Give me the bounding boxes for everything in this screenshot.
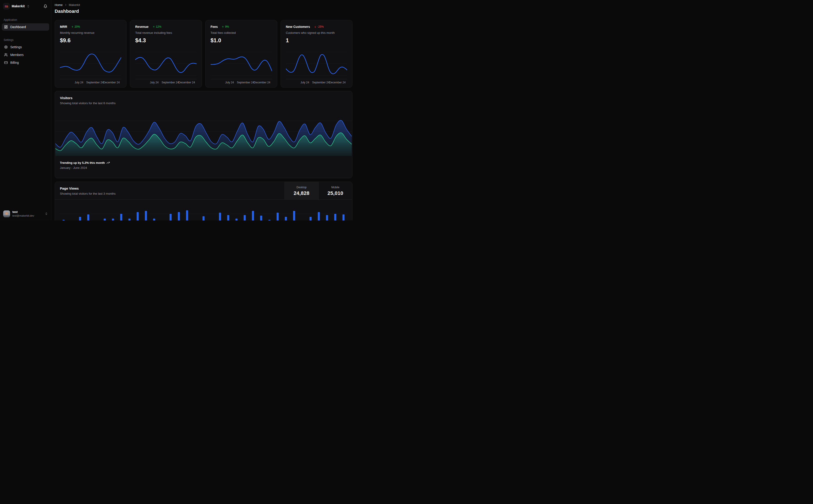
sidebar-item-label: Dashboard bbox=[10, 25, 26, 29]
stat-value: 1 bbox=[286, 37, 347, 44]
trend-badge: -25% bbox=[314, 25, 324, 28]
sparkline-axis: July 24September 24December 24 bbox=[60, 79, 121, 84]
user-name: test bbox=[12, 210, 34, 214]
stat-description: Monthly recurring revenue bbox=[60, 31, 121, 34]
stat-label: MRR bbox=[60, 25, 67, 29]
chevron-right-icon bbox=[64, 3, 67, 6]
trend-badge: 12% bbox=[152, 25, 161, 28]
stat-label: Fees bbox=[211, 25, 218, 29]
sidebar-item-billing[interactable]: Billing bbox=[2, 59, 49, 66]
toggle-desktop[interactable]: Desktop 24,828 bbox=[285, 182, 318, 199]
stat-card-mrr: MRR 20% Monthly recurring revenue $9.6 bbox=[55, 20, 126, 88]
page-views-subtitle: Showing total visitors for the last 3 mo… bbox=[60, 192, 280, 195]
main-content: Home Makerkit Dashboard MRR 20% Monthly … bbox=[51, 0, 356, 220]
sidebar-item-label: Settings bbox=[10, 45, 22, 49]
user-menu[interactable]: test test@makerkit.dev bbox=[0, 207, 51, 220]
trend-badge: 9% bbox=[222, 25, 229, 28]
layout-dashboard-icon bbox=[4, 25, 8, 29]
mrr-sparkline-chart bbox=[60, 50, 121, 78]
breadcrumb: Home Makerkit bbox=[55, 3, 352, 7]
sidebar-nav: Application Dashboard Settings Settings bbox=[0, 18, 51, 66]
nav-section-settings: Settings bbox=[2, 38, 49, 42]
workspace-switcher[interactable]: m Makerkit bbox=[0, 0, 51, 12]
sidebar: m Makerkit Application Dashboard Set bbox=[0, 0, 51, 220]
stat-cards-row: MRR 20% Monthly recurring revenue $9.6 bbox=[55, 20, 352, 88]
visitors-date-range: January - June 2024 bbox=[60, 166, 347, 170]
breadcrumb-current: Makerkit bbox=[69, 3, 80, 7]
revenue-sparkline-chart bbox=[135, 50, 196, 78]
page-views-title: Page Views bbox=[60, 186, 280, 190]
trend-badge: 20% bbox=[71, 25, 80, 28]
toggle-mobile-label: Mobile bbox=[331, 186, 339, 189]
arrow-down-icon bbox=[314, 26, 317, 28]
stat-description: Total fees collected bbox=[211, 31, 272, 34]
toggle-mobile-value: 25,010 bbox=[328, 190, 343, 196]
nav-section-application: Application bbox=[2, 18, 49, 21]
stat-description: Customers who signed up this month bbox=[286, 31, 347, 34]
visitors-area-chart bbox=[55, 111, 352, 156]
sparkline-axis: July 24September 24December 24 bbox=[135, 79, 196, 84]
sidebar-item-label: Members bbox=[10, 53, 24, 57]
app-root: m Makerkit Application Dashboard Set bbox=[0, 0, 356, 220]
sidebar-item-label: Billing bbox=[10, 61, 19, 64]
bell-icon[interactable] bbox=[43, 4, 47, 8]
stat-value: $4.3 bbox=[135, 37, 196, 44]
arrow-up-icon bbox=[71, 26, 74, 28]
user-email: test@makerkit.dev bbox=[12, 214, 34, 217]
sidebar-item-members[interactable]: Members bbox=[2, 51, 49, 58]
user-avatar bbox=[3, 210, 10, 217]
visitors-card: Visitors Showing total visitors for the … bbox=[55, 91, 352, 178]
makerkit-logo: m bbox=[3, 3, 10, 9]
visitors-trend-text: Trending up by 5.2% this month bbox=[60, 161, 105, 164]
users-icon bbox=[4, 53, 8, 57]
workspace-name: Makerkit bbox=[12, 4, 25, 8]
stat-card-new-customers: New Customers -25% Customers who signed … bbox=[281, 20, 352, 88]
chevrons-up-down-icon bbox=[45, 212, 48, 215]
stat-description: Total revenue including fees bbox=[135, 31, 196, 34]
stat-label: New Customers bbox=[286, 25, 310, 29]
trending-up-icon bbox=[106, 161, 110, 164]
new-customers-sparkline-chart bbox=[286, 50, 347, 78]
visitors-title: Visitors bbox=[60, 96, 347, 100]
breadcrumb-home-link[interactable]: Home bbox=[55, 3, 63, 7]
visitors-subtitle: Showing total visitors for the last 6 mo… bbox=[60, 101, 347, 105]
stat-value: $9.6 bbox=[60, 37, 121, 44]
arrow-up-icon bbox=[152, 26, 155, 28]
fees-sparkline-chart bbox=[211, 50, 272, 78]
toggle-mobile[interactable]: Mobile 25,010 bbox=[318, 182, 352, 199]
stat-label: Revenue bbox=[135, 25, 148, 29]
sparkline-axis: July 24September 24December 24 bbox=[211, 79, 272, 84]
stat-card-fees: Fees 9% Total fees collected $1.0 bbox=[206, 20, 277, 88]
chevrons-up-down-icon bbox=[27, 5, 30, 8]
arrow-up-icon bbox=[222, 26, 224, 28]
toggle-desktop-value: 24,828 bbox=[294, 190, 309, 196]
sidebar-item-dashboard[interactable]: Dashboard bbox=[2, 23, 49, 31]
page-views-card: Page Views Showing total visitors for th… bbox=[55, 182, 352, 220]
stat-value: $1.0 bbox=[211, 37, 272, 44]
stat-card-revenue: Revenue 12% Total revenue including fees… bbox=[130, 20, 202, 88]
sparkline-axis: July 24September 24December 24 bbox=[286, 79, 347, 84]
page-views-bar-chart bbox=[55, 202, 352, 220]
toggle-desktop-label: Desktop bbox=[296, 186, 307, 189]
sidebar-item-settings[interactable]: Settings bbox=[2, 43, 49, 51]
gear-icon bbox=[4, 45, 8, 49]
page-title: Dashboard bbox=[55, 9, 352, 14]
credit-card-icon bbox=[4, 61, 8, 64]
